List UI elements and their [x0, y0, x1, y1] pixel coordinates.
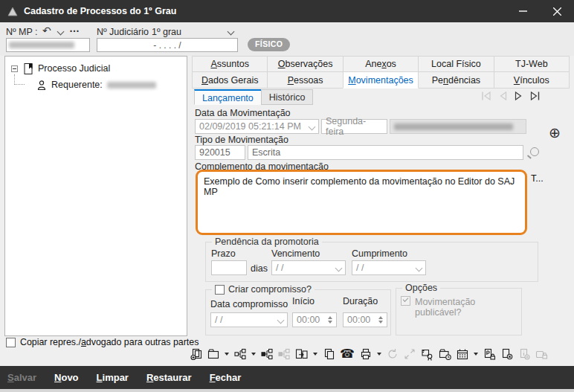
duracao-spinner[interactable]: 00:00 — [343, 312, 387, 327]
restaurar-button[interactable]: Restaurar — [146, 372, 192, 383]
action-toolbar: ☎ — [190, 344, 571, 364]
previous-record-icon[interactable] — [499, 91, 507, 103]
movement-date-label: Data da Movimentação — [195, 108, 291, 118]
novo-button[interactable]: Novo — [54, 372, 79, 383]
inicio-spinner[interactable]: 00:00 — [292, 312, 337, 327]
tab-pendencias[interactable]: Pendências — [418, 72, 494, 89]
movement-type-label: Tipo de Movimentação — [195, 135, 288, 145]
process-document-icon — [22, 62, 34, 75]
flow-tree-filled-icon[interactable] — [261, 348, 273, 360]
copy-icon[interactable] — [323, 348, 335, 360]
dropdown-arrow-icon[interactable] — [251, 353, 256, 356]
compromisso-legend-label: Criar compromisso? — [228, 284, 312, 295]
subtab-lancamento[interactable]: Lançamento — [194, 89, 262, 105]
close-icon[interactable] — [540, 0, 574, 22]
search-icon[interactable] — [530, 147, 539, 156]
checkbox-icon[interactable] — [6, 338, 16, 347]
chevron-down-icon — [309, 123, 316, 130]
tree-item-label: Processo Judicial — [38, 63, 110, 74]
prazo-input[interactable] — [211, 260, 247, 275]
publicavel-checkbox[interactable] — [401, 296, 410, 306]
dropdown-arrow-icon[interactable] — [377, 353, 381, 356]
degree-chevron-icon[interactable] — [228, 28, 235, 36]
tab-pessoas[interactable]: Pessoas — [267, 72, 343, 89]
movement-type-code-input[interactable]: 920015 — [195, 145, 245, 160]
text-editor-button[interactable]: T... — [531, 173, 544, 184]
tab-observacoes[interactable]: Observações — [267, 56, 343, 72]
weekday-field: Segunda-feira — [321, 119, 387, 134]
data-compromisso-combo[interactable]: / / — [210, 312, 288, 327]
vencimento-combo[interactable]: / / — [271, 260, 346, 275]
tab-local-fisico[interactable]: Local Físico — [418, 56, 494, 72]
folder-icon[interactable] — [207, 348, 219, 360]
ellipsis-icon[interactable]: … — [69, 22, 80, 34]
first-record-icon[interactable] — [482, 91, 491, 103]
copy-add-icon[interactable] — [190, 348, 202, 360]
salvar-button: Salvar — [7, 372, 36, 383]
dropdown-arrow-icon[interactable] — [474, 353, 478, 356]
criar-compromisso-checkbox[interactable] — [215, 285, 225, 295]
copy-representative-label: Copiar repres./advogado para outras part… — [20, 337, 199, 347]
app-window: Cadastro de Processos do 1º Grau Nº MP :… — [0, 0, 574, 392]
folder-clock-icon[interactable] — [439, 348, 451, 360]
degree-value[interactable]: 1º grau — [152, 27, 181, 37]
opcoes-group: Opções Movimentação publicável? — [396, 288, 522, 335]
subtab-historico[interactable]: Histórico — [261, 89, 314, 105]
copy-representative-checkbox[interactable]: Copiar repres./advogado para outras part… — [6, 337, 199, 347]
subtab-bar: Lançamento Histórico — [195, 89, 313, 105]
printer-icon[interactable] — [360, 348, 372, 360]
dias-label: dias — [251, 263, 268, 274]
calendar-icon[interactable] — [457, 348, 468, 360]
mp-number-input[interactable] — [6, 38, 90, 52]
tab-tj-web[interactable]: TJ-Web — [494, 56, 570, 72]
cumprimento-combo[interactable]: / / — [352, 260, 426, 275]
tab-dados-gerais[interactable]: Dados Gerais — [192, 72, 268, 89]
fisico-badge: FÍSICO — [248, 38, 290, 51]
document-forward-icon[interactable] — [295, 348, 308, 360]
add-movement-icon[interactable]: ⊕ — [549, 126, 561, 140]
movement-type-name-input[interactable]: Escrita — [248, 145, 523, 160]
compromisso-group: Criar compromisso? Data compromisso / / … — [205, 289, 391, 335]
certificate-icon[interactable] — [421, 348, 433, 361]
document-lock-icon[interactable] — [483, 348, 496, 360]
dropdown-arrow-icon[interactable] — [225, 353, 229, 356]
chevron-down-icon[interactable] — [57, 28, 65, 36]
data-compromisso-label: Data compromisso — [210, 299, 288, 309]
tab-vinculos[interactable]: Vínculos — [494, 72, 570, 89]
spinner-arrows-icon[interactable] — [378, 316, 383, 324]
chevron-down-icon — [277, 316, 285, 324]
info-add-icon — [518, 348, 530, 360]
judicial-number-input[interactable]: - . . . . / — [97, 38, 238, 52]
fechar-button[interactable]: Fechar — [210, 372, 242, 383]
tab-row-1: Assuntos Observações Anexos Local Físico… — [192, 56, 570, 72]
chevron-down-icon — [335, 264, 343, 271]
minimize-icon[interactable] — [506, 0, 540, 22]
movement-date-combo[interactable]: 02/09/2019 05:21:14 PM — [195, 119, 319, 134]
last-record-icon[interactable] — [530, 91, 540, 103]
next-record-icon[interactable] — [515, 91, 523, 103]
cumprimento-label: Cumprimento — [352, 248, 407, 259]
tab-movimentacoes[interactable]: Movimentações — [343, 72, 419, 89]
tab-anexos[interactable]: Anexos — [343, 56, 419, 72]
flow-tree-icon[interactable] — [234, 348, 246, 360]
limpar-button[interactable]: Limpar — [97, 372, 129, 383]
window-edge — [0, 389, 574, 392]
phone-icon[interactable]: ☎ — [340, 348, 355, 360]
opcoes-legend: Opções — [402, 283, 440, 293]
process-tree: Processo Judicial Requerente: — [4, 56, 187, 336]
tree-item-requerente[interactable]: Requerente: — [5, 77, 187, 92]
complement-editor[interactable]: Exemplo de Como inserir complemento da m… — [196, 170, 527, 235]
window-title: Cadastro de Processos do 1º Grau — [24, 6, 176, 16]
undo-icon[interactable]: ↶ — [42, 25, 51, 36]
document-cancel-icon[interactable] — [501, 348, 513, 360]
tree-item-processo[interactable]: Processo Judicial — [5, 61, 187, 76]
dropdown-arrow-icon[interactable] — [313, 353, 317, 356]
tab-assuntos[interactable]: Assuntos — [192, 56, 268, 72]
tree-collapse-icon[interactable] — [11, 65, 18, 72]
mp-number-label: Nº MP : — [6, 27, 38, 37]
duracao-label: Duração — [343, 296, 378, 306]
judicial-number-label: Nº Judiciário — [97, 27, 149, 37]
spinner-arrows-icon[interactable] — [328, 316, 332, 324]
pendencia-legend: Pendência da promotoria — [212, 237, 322, 247]
tree-connector — [14, 74, 25, 85]
